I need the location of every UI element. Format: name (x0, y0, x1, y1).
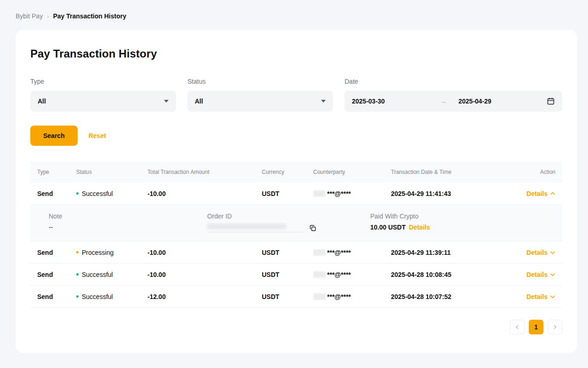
reset-button[interactable]: Reset (84, 132, 111, 139)
details-toggle[interactable]: Details (509, 271, 555, 278)
cell-type: Send (37, 249, 76, 256)
type-filter-label: Type (30, 78, 176, 85)
redacted-text (313, 293, 326, 300)
order-id-label: Order ID (207, 213, 370, 220)
details-toggle[interactable]: Details (509, 190, 555, 197)
breadcrumb-separator-icon: › (47, 13, 49, 20)
cell-currency: USDT (262, 293, 313, 300)
chevron-right-icon (552, 324, 558, 330)
status-dot-icon (76, 192, 79, 195)
type-filter-select[interactable]: All (30, 91, 176, 112)
search-button[interactable]: Search (30, 126, 78, 146)
redacted-text (313, 190, 326, 197)
status-text: Processing (82, 249, 113, 256)
main-card: Pay Transaction History Type All Status … (16, 30, 577, 353)
cell-type: Send (37, 190, 76, 197)
table-row: Send Successful -10.00 USDT ***@**** 202… (30, 183, 562, 205)
status-filter-value: All (195, 98, 203, 105)
cell-amount: -10.00 (147, 249, 262, 256)
status-dot-icon (76, 251, 79, 253)
cell-counterparty: ***@**** (313, 190, 391, 197)
cell-amount: -10.00 (147, 190, 262, 197)
paid-amount: 10.00 USDT (370, 224, 406, 231)
cell-amount: -10.00 (147, 271, 262, 278)
cell-status: Successful (76, 190, 147, 197)
cell-type: Send (37, 293, 76, 300)
header-type: Type (37, 169, 76, 175)
detail-order-id: Order ID (207, 213, 370, 232)
header-datetime: Transaction Date & Time (391, 169, 509, 175)
cell-currency: USDT (262, 271, 313, 278)
table-header: Type Status Total Transaction Amount Cur… (30, 161, 562, 183)
breadcrumb-current: Pay Transaction History (53, 12, 126, 20)
date-range-picker[interactable]: 2025-03-30 → 2025-04-29 (345, 91, 562, 112)
status-dot-icon (76, 273, 79, 276)
breadcrumb: Bybit Pay › Pay Transaction History (0, 0, 588, 30)
header-status: Status (76, 169, 147, 175)
table-row: Send Successful -10.00 USDT ***@**** 202… (30, 264, 562, 286)
details-label: Details (526, 249, 548, 256)
status-dot-icon (76, 295, 79, 298)
redacted-text (313, 249, 326, 256)
copy-icon[interactable] (309, 224, 317, 232)
paid-with-crypto-label: Paid With Crypto (370, 213, 555, 220)
date-arrow-icon: → (440, 98, 447, 105)
cell-datetime: 2025-04-28 10:07:52 (391, 293, 509, 300)
pagination-page-1[interactable]: 1 (529, 320, 543, 334)
cell-currency: USDT (262, 190, 313, 197)
date-end-value[interactable]: 2025-04-29 (458, 98, 547, 105)
filters-row: Type All Status All Date 2025-03-30 → 20… (30, 78, 562, 112)
header-amount: Total Transaction Amount (147, 169, 262, 175)
counterparty-masked: ***@**** (327, 190, 351, 197)
type-filter: Type All (30, 78, 176, 112)
cell-counterparty: ***@**** (313, 271, 391, 278)
transactions-table: Type Status Total Transaction Amount Cur… (30, 161, 562, 308)
status-text: Successful (82, 293, 113, 300)
detail-note: Note -- (49, 213, 207, 232)
header-counterparty: Counterparty (313, 169, 391, 175)
chevron-down-icon (164, 100, 169, 103)
calendar-icon (547, 97, 555, 105)
table-row: Send Successful -12.00 USDT ***@**** 202… (30, 286, 562, 308)
details-toggle[interactable]: Details (509, 249, 555, 256)
cell-datetime: 2025-04-29 11:41:43 (391, 190, 509, 197)
pagination-next-button[interactable] (548, 320, 562, 334)
header-currency: Currency (262, 169, 313, 175)
paid-details-link[interactable]: Details (409, 224, 430, 231)
note-value: -- (49, 224, 207, 231)
cell-status: Processing (76, 249, 147, 256)
cell-amount: -12.00 (147, 293, 262, 300)
page-title: Pay Transaction History (30, 47, 562, 60)
counterparty-masked: ***@**** (327, 249, 351, 256)
status-filter-select[interactable]: All (187, 91, 333, 112)
breadcrumb-parent[interactable]: Bybit Pay (16, 12, 43, 20)
date-filter-label: Date (345, 78, 562, 85)
status-text: Successful (82, 190, 113, 197)
chevron-left-icon (514, 324, 520, 330)
order-id-value (207, 224, 370, 232)
cell-counterparty: ***@**** (313, 293, 391, 300)
status-filter: Status All (187, 78, 333, 112)
header-action: Action (509, 169, 555, 175)
counterparty-masked: ***@**** (327, 271, 351, 278)
date-filter: Date 2025-03-30 → 2025-04-29 (345, 78, 562, 112)
chevron-down-icon (550, 294, 555, 299)
details-label: Details (526, 190, 548, 197)
type-filter-value: All (38, 98, 46, 105)
note-label: Note (49, 213, 207, 220)
cell-datetime: 2025-04-29 11:39:11 (391, 249, 509, 256)
date-start-value[interactable]: 2025-03-30 (352, 98, 440, 105)
details-toggle[interactable]: Details (509, 293, 555, 300)
status-filter-label: Status (187, 78, 333, 85)
paid-with-crypto-value: 10.00 USDT Details (370, 224, 555, 231)
details-label: Details (526, 271, 548, 278)
redacted-text (207, 224, 286, 230)
cell-currency: USDT (262, 249, 313, 256)
pagination: 1 (30, 320, 562, 334)
cell-status: Successful (76, 293, 147, 300)
pagination-prev-button[interactable] (510, 320, 525, 334)
chevron-down-icon (321, 100, 326, 103)
cell-status: Successful (76, 271, 147, 278)
chevron-down-icon (550, 272, 555, 277)
redacted-text (313, 271, 326, 278)
